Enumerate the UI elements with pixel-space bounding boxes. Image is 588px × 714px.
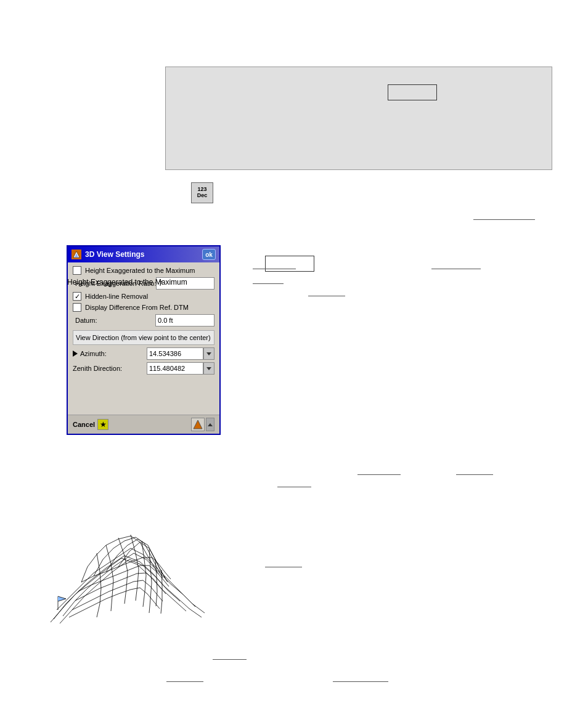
underline-3 [253, 283, 284, 284]
dialog-spacer [73, 377, 214, 411]
datum-label: Datum: [75, 317, 155, 324]
underline-decoration-2 [333, 681, 388, 682]
dialog-title: 3D View Settings [85, 250, 144, 259]
dialog-footer: Cancel ★ [68, 415, 219, 434]
hidden-line-row: Hidden-line Removal [73, 292, 214, 301]
datum-input[interactable] [155, 314, 214, 327]
zenith-label-container: Zenith Direction: [73, 365, 147, 372]
cancel-button[interactable]: Cancel [73, 421, 95, 428]
zenith-label: Zenith Direction: [73, 365, 122, 372]
height-exaggerated-row: Height Exaggerated to the Maximum [73, 266, 214, 275]
svg-marker-2 [194, 420, 202, 429]
underline-2 [431, 269, 481, 269]
hidden-line-label: Hidden-line Removal [85, 293, 148, 300]
top-gray-box [165, 67, 552, 170]
scroll-up-btn[interactable] [206, 418, 214, 431]
hidden-line-checkbox[interactable] [73, 292, 81, 301]
underline-4 [308, 296, 345, 296]
azimuth-label-container: Azimuth: [73, 350, 147, 357]
underline-8 [265, 567, 302, 567]
triangle-icon[interactable] [191, 418, 205, 431]
display-difference-checkbox[interactable] [73, 303, 81, 312]
star-icon[interactable]: ★ [97, 419, 108, 430]
dialog-titlebar: 3D View Settings ok [68, 246, 219, 262]
underline-decoration-1 [166, 681, 203, 682]
inline-box [265, 256, 314, 272]
height-exaggerated-label: Height Exaggerated to the Maximum [85, 267, 195, 274]
titlebar-left: 3D View Settings [71, 249, 144, 259]
azimuth-row: Azimuth: [73, 347, 214, 360]
footer-left: Cancel ★ [73, 419, 108, 430]
display-difference-label: Display Difference From Ref. DTM [85, 304, 189, 311]
underline-6 [456, 474, 493, 475]
zenith-dropdown-btn[interactable] [203, 362, 214, 375]
annotation-height-exaggerated: Height Exaggerated to the Maximum [67, 278, 187, 286]
azimuth-dropdown-btn[interactable] [203, 347, 214, 360]
underline-topright [473, 219, 535, 220]
view-direction-description: View Direction (from view point to the c… [73, 330, 214, 345]
terrain-svg [44, 487, 223, 641]
azimuth-dropdown-arrow [206, 352, 211, 355]
height-exaggerated-checkbox[interactable] [73, 266, 81, 275]
numeric-icon: 123 Dec [191, 182, 213, 203]
3d-view-settings-dialog: 3D View Settings ok Height Exaggerated t… [67, 245, 221, 435]
zenith-row: Zenith Direction: [73, 362, 214, 375]
underline-7 [277, 487, 311, 487]
azimuth-input[interactable] [147, 347, 203, 360]
dialog-app-icon [71, 249, 81, 259]
datum-row: Datum: [73, 314, 214, 327]
footer-right [191, 418, 214, 431]
inner-rect [388, 84, 437, 100]
display-difference-row: Display Difference From Ref. DTM [73, 303, 214, 312]
terrain-wireframe [44, 487, 223, 641]
azimuth-expand-icon[interactable] [73, 351, 78, 357]
underline-5 [357, 474, 401, 475]
azimuth-label: Azimuth: [80, 350, 107, 357]
underline-1 [253, 269, 296, 269]
underline-9 [213, 659, 247, 660]
zenith-input[interactable] [147, 362, 203, 375]
ok-button[interactable]: ok [202, 249, 216, 260]
zenith-dropdown-arrow [206, 367, 211, 370]
icon-line2: Dec [197, 193, 208, 199]
